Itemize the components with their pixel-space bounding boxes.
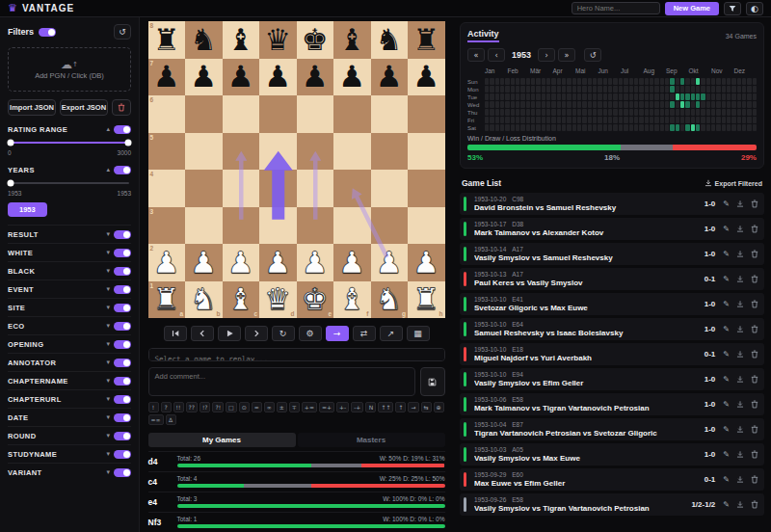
heatmap-cell[interactable] xyxy=(691,93,695,100)
heatmap-cell[interactable] xyxy=(660,86,664,93)
move-stat-row[interactable]: Nf3Total: 1W: 100% D: 0% L: 0% xyxy=(148,512,445,532)
heatmap-cell[interactable] xyxy=(546,101,550,108)
download-game-button[interactable] xyxy=(736,200,744,208)
nag-button[interactable]: ↑↑ xyxy=(378,402,393,412)
download-game-button[interactable] xyxy=(736,500,744,509)
heatmap-cell[interactable] xyxy=(511,78,515,85)
heatmap-cell[interactable] xyxy=(531,109,535,116)
heatmap-cell[interactable] xyxy=(753,86,757,93)
edit-game-button[interactable]: ✎ xyxy=(723,425,730,434)
heatmap-cell[interactable] xyxy=(670,86,674,93)
heatmap-cell[interactable] xyxy=(629,124,633,131)
heatmap-cell[interactable] xyxy=(531,117,535,123)
square-b6[interactable] xyxy=(185,95,223,133)
heatmap-cell[interactable] xyxy=(582,78,586,85)
heatmap-cell[interactable] xyxy=(680,124,684,131)
rating-range-slider[interactable] xyxy=(8,138,131,147)
delete-game-button[interactable] xyxy=(751,425,758,434)
heatmap-cell[interactable] xyxy=(685,124,689,131)
heatmap-cell[interactable] xyxy=(598,78,601,85)
heatmap-cell[interactable] xyxy=(546,78,550,85)
heatmap-cell[interactable] xyxy=(624,124,627,131)
heatmap-cell[interactable] xyxy=(654,101,658,108)
export-button[interactable]: ↗ xyxy=(380,326,403,341)
square-b2[interactable]: ♟ xyxy=(185,244,223,281)
heatmap-cell[interactable] xyxy=(511,86,515,93)
black-piece[interactable]: ♟ xyxy=(297,59,334,96)
heatmap-cell[interactable] xyxy=(567,117,571,123)
heatmap-cell[interactable] xyxy=(485,117,489,123)
heatmap-cell[interactable] xyxy=(511,93,515,100)
square-g6[interactable] xyxy=(371,95,409,133)
chevron-down-icon[interactable]: ▾ xyxy=(106,433,110,439)
heatmap-cell[interactable] xyxy=(516,86,519,93)
game-row[interactable]: 1953-10-03A05Vasily Smyslov vs Max Euwe1… xyxy=(460,443,764,466)
heatmap-cell[interactable] xyxy=(701,117,705,123)
heatmap-cell[interactable] xyxy=(500,117,504,123)
delete-game-button[interactable] xyxy=(751,500,758,509)
heatmap-cell[interactable] xyxy=(577,117,581,123)
new-game-button[interactable]: New Game xyxy=(665,2,719,15)
play-button[interactable] xyxy=(218,326,241,341)
heatmap-cell[interactable] xyxy=(691,78,695,85)
filter-section-eco[interactable]: ECO▾ xyxy=(8,316,131,334)
heatmap-cell[interactable] xyxy=(645,124,649,131)
heatmap-cell[interactable] xyxy=(536,78,540,85)
nag-button[interactable]: =+ xyxy=(319,402,334,412)
heatmap-cell[interactable] xyxy=(608,109,612,116)
nag-button[interactable]: ⊕ xyxy=(434,402,444,412)
heatmap-cell[interactable] xyxy=(727,101,731,108)
nag-button[interactable]: ∓ xyxy=(289,402,300,412)
heatmap-cell[interactable] xyxy=(588,109,592,116)
edit-game-button[interactable]: ✎ xyxy=(723,325,730,333)
filter-section-white[interactable]: WHITE▾ xyxy=(8,243,131,261)
step-forward-button[interactable] xyxy=(245,326,268,341)
heatmap-cell[interactable] xyxy=(551,117,555,123)
heatmap-cell[interactable] xyxy=(490,78,493,85)
tab-activity[interactable]: Activity xyxy=(467,29,499,42)
heatmap-cell[interactable] xyxy=(650,109,653,116)
square-f3[interactable] xyxy=(333,207,371,245)
heatmap-cell[interactable] xyxy=(680,101,684,108)
heatmap-cell[interactable] xyxy=(629,86,633,93)
heatmap-cell[interactable] xyxy=(645,78,649,85)
nag-button[interactable]: += xyxy=(302,402,317,412)
nag-button[interactable]: ↑ xyxy=(395,402,406,412)
heatmap-cell[interactable] xyxy=(691,86,695,93)
black-piece[interactable]: ♝ xyxy=(223,21,260,59)
heatmap-cell[interactable] xyxy=(660,78,664,85)
heatmap-cell[interactable] xyxy=(680,109,684,116)
white-piece[interactable]: ♟ xyxy=(223,244,260,281)
heatmap-cell[interactable] xyxy=(572,101,576,108)
heatmap-cell[interactable] xyxy=(542,93,545,100)
heatmap-cell[interactable] xyxy=(634,117,638,123)
heatmap-cell[interactable] xyxy=(562,124,566,131)
nag-button[interactable]: ⇆ xyxy=(421,402,432,412)
edit-game-button[interactable]: ✎ xyxy=(723,200,730,208)
heatmap-cell[interactable] xyxy=(526,117,530,123)
heatmap-cell[interactable] xyxy=(706,124,710,131)
heatmap-cell[interactable] xyxy=(608,93,612,100)
download-game-button[interactable] xyxy=(736,275,744,283)
heatmap-cell[interactable] xyxy=(742,124,746,131)
chevron-down-icon[interactable]: ▾ xyxy=(106,286,110,293)
game-row[interactable]: 1953-10-13A17Paul Keres vs Vasily Smyslo… xyxy=(460,268,764,290)
square-h7[interactable]: ♟ xyxy=(408,59,445,96)
shuffle-button[interactable]: ⇄ xyxy=(353,326,376,341)
square-f6[interactable] xyxy=(333,95,371,133)
heatmap-cell[interactable] xyxy=(619,93,623,100)
heatmap-cell[interactable] xyxy=(645,86,649,93)
heatmap-cell[interactable] xyxy=(629,93,633,100)
square-c5[interactable] xyxy=(223,133,260,171)
nag-button[interactable]: +- xyxy=(336,402,349,412)
edit-game-button[interactable]: ✎ xyxy=(723,275,730,283)
heatmap-cell[interactable] xyxy=(520,86,524,93)
square-h5[interactable] xyxy=(408,133,445,171)
heatmap-cell[interactable] xyxy=(588,93,592,100)
heatmap-cell[interactable] xyxy=(685,109,689,116)
heatmap-cell[interactable] xyxy=(531,93,535,100)
heatmap-cell[interactable] xyxy=(685,93,689,100)
download-game-button[interactable] xyxy=(736,300,744,308)
heatmap-cell[interactable] xyxy=(624,86,627,93)
nag-button[interactable]: = xyxy=(252,402,262,412)
